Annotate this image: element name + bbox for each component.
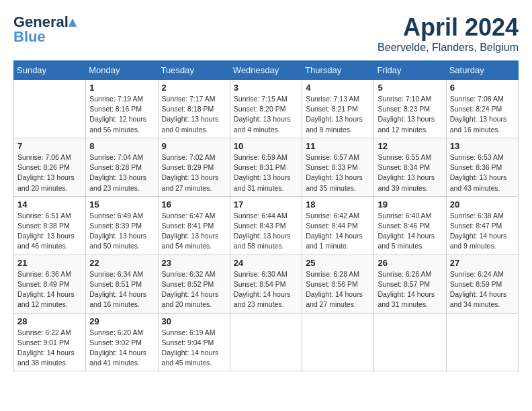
calendar-day-cell: 2Sunrise: 7:17 AM Sunset: 8:18 PM Daylig… [158, 80, 230, 138]
calendar-day-cell: 30Sunrise: 6:19 AM Sunset: 9:04 PM Dayli… [158, 313, 230, 371]
weekday-header: Tuesday [158, 61, 230, 80]
day-info: Sunrise: 6:55 AM Sunset: 8:34 PM Dayligh… [378, 152, 442, 193]
day-info: Sunrise: 7:08 AM Sunset: 8:24 PM Dayligh… [450, 94, 515, 135]
day-number: 25 [306, 258, 370, 268]
day-info: Sunrise: 7:10 AM Sunset: 8:23 PM Dayligh… [378, 94, 442, 135]
calendar-day-cell: 18Sunrise: 6:42 AM Sunset: 8:44 PM Dayli… [302, 196, 374, 255]
day-number: 26 [378, 258, 442, 268]
day-number: 5 [378, 83, 442, 93]
calendar-day-cell: 25Sunrise: 6:28 AM Sunset: 8:56 PM Dayli… [302, 255, 374, 313]
day-info: Sunrise: 6:38 AM Sunset: 8:47 PM Dayligh… [450, 211, 515, 252]
day-info: Sunrise: 7:17 AM Sunset: 8:18 PM Dayligh… [162, 94, 226, 135]
calendar-day-cell: 28Sunrise: 6:22 AM Sunset: 9:01 PM Dayli… [14, 313, 86, 371]
day-info: Sunrise: 6:59 AM Sunset: 8:31 PM Dayligh… [234, 152, 298, 193]
day-number: 7 [17, 141, 82, 151]
day-number: 20 [450, 199, 515, 210]
calendar-day-cell: 17Sunrise: 6:44 AM Sunset: 8:43 PM Dayli… [230, 196, 302, 255]
calendar-day-cell: 8Sunrise: 7:04 AM Sunset: 8:28 PM Daylig… [86, 138, 158, 196]
day-number: 30 [162, 316, 226, 326]
page-header: General▴ Blue April 2024 Beervelde, Flan… [13, 13, 519, 54]
day-info: Sunrise: 6:57 AM Sunset: 8:33 PM Dayligh… [306, 152, 370, 193]
day-number: 4 [306, 83, 370, 93]
day-info: Sunrise: 6:20 AM Sunset: 9:02 PM Dayligh… [89, 328, 154, 369]
calendar-day-cell: 26Sunrise: 6:26 AM Sunset: 8:57 PM Dayli… [374, 255, 446, 313]
day-number: 12 [378, 141, 442, 151]
calendar-week-row: 21Sunrise: 6:36 AM Sunset: 8:49 PM Dayli… [14, 255, 519, 313]
empty-cell [302, 313, 374, 371]
calendar-day-cell: 9Sunrise: 7:02 AM Sunset: 8:29 PM Daylig… [158, 138, 230, 196]
calendar-day-cell: 15Sunrise: 6:49 AM Sunset: 8:39 PM Dayli… [86, 196, 158, 255]
weekday-header: Friday [374, 61, 446, 80]
calendar-day-cell: 11Sunrise: 6:57 AM Sunset: 8:33 PM Dayli… [302, 138, 374, 196]
day-info: Sunrise: 6:34 AM Sunset: 8:51 PM Dayligh… [89, 269, 154, 310]
day-number: 6 [450, 83, 515, 93]
day-number: 21 [17, 258, 82, 268]
day-number: 27 [450, 258, 515, 268]
weekday-header: Monday [86, 61, 158, 80]
calendar-day-cell: 23Sunrise: 6:32 AM Sunset: 8:52 PM Dayli… [158, 255, 230, 313]
day-info: Sunrise: 6:32 AM Sunset: 8:52 PM Dayligh… [162, 269, 226, 310]
day-info: Sunrise: 6:51 AM Sunset: 8:38 PM Dayligh… [17, 211, 82, 252]
weekday-header: Saturday [446, 61, 518, 80]
day-number: 16 [162, 199, 226, 210]
calendar-week-row: 7Sunrise: 7:06 AM Sunset: 8:26 PM Daylig… [14, 138, 519, 196]
location-subtitle: Beervelde, Flanders, Belgium [378, 42, 519, 54]
calendar-day-cell: 10Sunrise: 6:59 AM Sunset: 8:31 PM Dayli… [230, 138, 302, 196]
calendar-day-cell: 24Sunrise: 6:30 AM Sunset: 8:54 PM Dayli… [230, 255, 302, 313]
weekday-header: Wednesday [230, 61, 302, 80]
day-info: Sunrise: 6:28 AM Sunset: 8:56 PM Dayligh… [306, 269, 370, 310]
day-number: 24 [234, 258, 298, 268]
logo: General▴ Blue [13, 13, 76, 46]
day-info: Sunrise: 7:04 AM Sunset: 8:28 PM Dayligh… [89, 152, 154, 193]
day-info: Sunrise: 7:19 AM Sunset: 8:16 PM Dayligh… [89, 94, 154, 135]
calendar-day-cell: 16Sunrise: 6:47 AM Sunset: 8:41 PM Dayli… [158, 196, 230, 255]
calendar-day-cell: 29Sunrise: 6:20 AM Sunset: 9:02 PM Dayli… [86, 313, 158, 371]
calendar-day-cell: 1Sunrise: 7:19 AM Sunset: 8:16 PM Daylig… [86, 80, 158, 138]
empty-cell [230, 313, 302, 371]
day-number: 17 [234, 199, 298, 210]
day-number: 29 [89, 316, 154, 326]
calendar-day-cell: 12Sunrise: 6:55 AM Sunset: 8:34 PM Dayli… [374, 138, 446, 196]
calendar-table: SundayMondayTuesdayWednesdayThursdayFrid… [13, 60, 519, 371]
calendar-day-cell: 21Sunrise: 6:36 AM Sunset: 8:49 PM Dayli… [14, 255, 86, 313]
calendar-week-row: 28Sunrise: 6:22 AM Sunset: 9:01 PM Dayli… [14, 313, 519, 371]
day-number: 18 [306, 199, 370, 210]
calendar-day-cell: 14Sunrise: 6:51 AM Sunset: 8:38 PM Dayli… [14, 196, 86, 255]
weekday-header: Sunday [14, 61, 86, 80]
day-info: Sunrise: 6:36 AM Sunset: 8:49 PM Dayligh… [17, 269, 82, 310]
day-info: Sunrise: 7:15 AM Sunset: 8:20 PM Dayligh… [234, 94, 298, 135]
day-number: 23 [162, 258, 226, 268]
day-number: 11 [306, 141, 370, 151]
day-info: Sunrise: 6:19 AM Sunset: 9:04 PM Dayligh… [162, 328, 226, 369]
day-info: Sunrise: 6:26 AM Sunset: 8:57 PM Dayligh… [378, 269, 442, 310]
day-info: Sunrise: 6:30 AM Sunset: 8:54 PM Dayligh… [234, 269, 298, 310]
day-number: 22 [89, 258, 154, 268]
calendar-day-cell: 7Sunrise: 7:06 AM Sunset: 8:26 PM Daylig… [14, 138, 86, 196]
day-info: Sunrise: 6:47 AM Sunset: 8:41 PM Dayligh… [162, 211, 226, 252]
day-number: 2 [162, 83, 226, 93]
day-info: Sunrise: 7:13 AM Sunset: 8:21 PM Dayligh… [306, 94, 370, 135]
empty-cell [446, 313, 518, 371]
empty-cell [14, 80, 86, 138]
day-info: Sunrise: 6:24 AM Sunset: 8:59 PM Dayligh… [450, 269, 515, 310]
day-number: 15 [89, 199, 154, 210]
day-number: 13 [450, 141, 515, 151]
calendar-day-cell: 4Sunrise: 7:13 AM Sunset: 8:21 PM Daylig… [302, 80, 374, 138]
calendar-day-cell: 3Sunrise: 7:15 AM Sunset: 8:20 PM Daylig… [230, 80, 302, 138]
day-number: 10 [234, 141, 298, 151]
title-block: April 2024 Beervelde, Flanders, Belgium [378, 13, 519, 54]
day-info: Sunrise: 7:02 AM Sunset: 8:29 PM Dayligh… [162, 152, 226, 193]
logo-blue: Blue [13, 28, 46, 46]
day-info: Sunrise: 6:49 AM Sunset: 8:39 PM Dayligh… [89, 211, 154, 252]
calendar-day-cell: 27Sunrise: 6:24 AM Sunset: 8:59 PM Dayli… [446, 255, 518, 313]
day-number: 8 [89, 141, 154, 151]
day-info: Sunrise: 6:53 AM Sunset: 8:36 PM Dayligh… [450, 152, 515, 193]
calendar-day-cell: 20Sunrise: 6:38 AM Sunset: 8:47 PM Dayli… [446, 196, 518, 255]
calendar-week-row: 1Sunrise: 7:19 AM Sunset: 8:16 PM Daylig… [14, 80, 519, 138]
weekday-header: Thursday [302, 61, 374, 80]
day-number: 14 [17, 199, 82, 210]
day-number: 1 [89, 83, 154, 93]
day-info: Sunrise: 6:40 AM Sunset: 8:46 PM Dayligh… [378, 211, 442, 252]
calendar-week-row: 14Sunrise: 6:51 AM Sunset: 8:38 PM Dayli… [14, 196, 519, 255]
calendar-day-cell: 22Sunrise: 6:34 AM Sunset: 8:51 PM Dayli… [86, 255, 158, 313]
